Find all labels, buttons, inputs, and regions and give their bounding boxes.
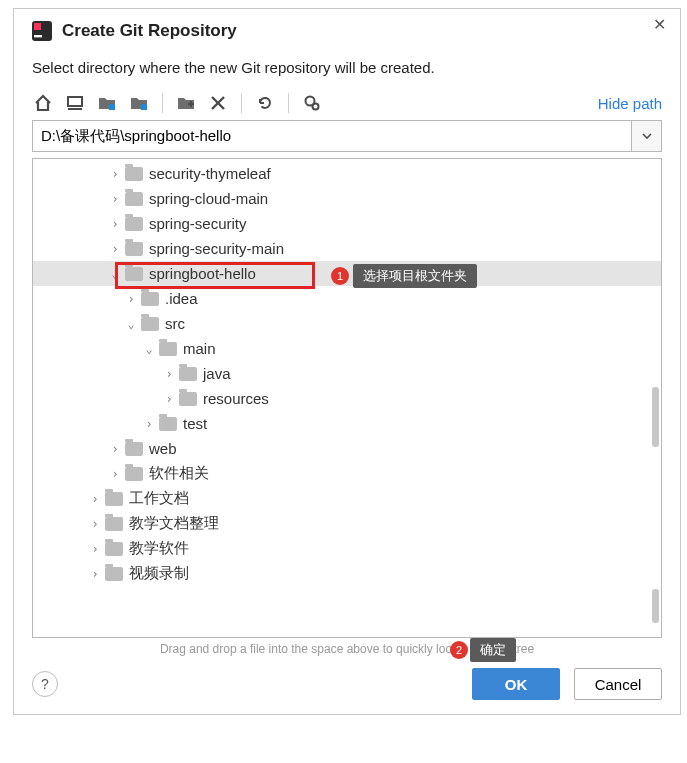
path-input[interactable] — [32, 120, 632, 152]
chevron-right-icon[interactable]: › — [161, 367, 177, 381]
folder-icon — [179, 392, 197, 406]
tree-row[interactable]: ›软件相关 — [33, 461, 661, 486]
tree-item-label: 教学文档整理 — [129, 514, 219, 533]
folder-icon — [125, 192, 143, 206]
tree-item-label: spring-security-main — [149, 240, 284, 257]
refresh-icon[interactable] — [254, 92, 276, 114]
svg-rect-6 — [141, 104, 147, 110]
ok-button[interactable]: OK — [472, 668, 560, 700]
tree-row[interactable]: ›spring-security — [33, 211, 661, 236]
tree-item-label: springboot-hello — [149, 265, 256, 282]
scrollbar-thumb[interactable] — [652, 387, 659, 447]
tree-item-label: spring-cloud-main — [149, 190, 268, 207]
scrollbar-thumb[interactable] — [652, 589, 659, 623]
tree-row[interactable]: ›教学软件 — [33, 536, 661, 561]
hide-path-link[interactable]: Hide path — [598, 95, 662, 112]
tree-row[interactable]: ›java — [33, 361, 661, 386]
separator — [288, 93, 289, 113]
folder-icon — [125, 217, 143, 231]
separator — [162, 93, 163, 113]
dialog-subtitle: Select directory where the new Git repos… — [32, 59, 662, 76]
svg-rect-1 — [34, 23, 41, 30]
help-button[interactable]: ? — [32, 671, 58, 697]
chevron-right-icon[interactable]: › — [87, 542, 103, 556]
svg-point-12 — [313, 104, 319, 110]
folder-icon — [125, 267, 143, 281]
tree-row[interactable]: ⌄src — [33, 311, 661, 336]
chevron-right-icon[interactable]: › — [107, 192, 123, 206]
tree-item-label: 工作文档 — [129, 489, 189, 508]
tree-item-label: security-thymeleaf — [149, 165, 271, 182]
chevron-right-icon[interactable]: › — [141, 417, 157, 431]
path-toolbar: Hide path — [32, 90, 662, 120]
annotation-tip-1: 选择项目根文件夹 — [353, 264, 477, 288]
tree-row[interactable]: ⌄main — [33, 336, 661, 361]
tree-row[interactable]: ›视频录制 — [33, 561, 661, 586]
tree-item-label: .idea — [165, 290, 198, 307]
cancel-button[interactable]: Cancel — [574, 668, 662, 700]
close-icon[interactable]: ✕ — [653, 15, 666, 34]
folder-icon — [105, 567, 123, 581]
directory-tree[interactable]: ›security-thymeleaf›spring-cloud-main›sp… — [32, 158, 662, 638]
folder-icon — [105, 492, 123, 506]
tree-row[interactable]: ›web — [33, 436, 661, 461]
tree-row[interactable]: ›resources — [33, 386, 661, 411]
create-git-repo-dialog: ✕ Create Git Repository Select directory… — [13, 8, 681, 715]
chevron-down-icon[interactable]: ⌄ — [123, 317, 139, 331]
drop-hint: Drag and drop a file into the space abov… — [32, 642, 662, 656]
path-dropdown-button[interactable] — [632, 120, 662, 152]
tree-row[interactable]: ›.idea — [33, 286, 661, 311]
chevron-right-icon[interactable]: › — [107, 442, 123, 456]
new-folder-icon[interactable] — [175, 92, 197, 114]
folder-icon — [159, 417, 177, 431]
chevron-right-icon[interactable]: › — [87, 567, 103, 581]
show-hidden-icon[interactable] — [301, 92, 323, 114]
chevron-right-icon[interactable]: › — [87, 492, 103, 506]
folder-icon — [105, 542, 123, 556]
chevron-right-icon[interactable]: › — [107, 217, 123, 231]
tree-item-label: 教学软件 — [129, 539, 189, 558]
folder-icon — [125, 442, 143, 456]
annotation-badge-2: 2 — [450, 641, 468, 659]
delete-icon[interactable] — [207, 92, 229, 114]
tree-item-label: web — [149, 440, 177, 457]
desktop-icon[interactable] — [64, 92, 86, 114]
folder-icon — [105, 517, 123, 531]
folder-icon — [179, 367, 197, 381]
folder-icon — [141, 292, 159, 306]
svg-rect-2 — [34, 35, 42, 37]
tree-item-label: resources — [203, 390, 269, 407]
svg-rect-3 — [68, 97, 82, 106]
annotation-tip-2: 确定 — [470, 638, 516, 662]
tree-row[interactable]: ›教学文档整理 — [33, 511, 661, 536]
separator — [241, 93, 242, 113]
dialog-title: Create Git Repository — [62, 21, 237, 41]
annotation-badge-1: 1 — [331, 267, 349, 285]
chevron-right-icon[interactable]: › — [87, 517, 103, 531]
tree-item-label: main — [183, 340, 216, 357]
folder-icon — [125, 242, 143, 256]
tree-row[interactable]: ›security-thymeleaf — [33, 161, 661, 186]
tree-row[interactable]: ›spring-security-main — [33, 236, 661, 261]
tree-row[interactable]: ›工作文档 — [33, 486, 661, 511]
chevron-right-icon[interactable]: › — [107, 467, 123, 481]
chevron-right-icon[interactable]: › — [161, 392, 177, 406]
svg-rect-5 — [109, 104, 115, 110]
tree-item-label: 软件相关 — [149, 464, 209, 483]
project-folder-icon[interactable] — [96, 92, 118, 114]
folder-icon — [125, 467, 143, 481]
folder-icon — [159, 342, 177, 356]
chevron-right-icon[interactable]: › — [107, 242, 123, 256]
chevron-right-icon[interactable]: › — [107, 167, 123, 181]
home-icon[interactable] — [32, 92, 54, 114]
tree-item-label: java — [203, 365, 231, 382]
tree-row[interactable]: ›test — [33, 411, 661, 436]
module-folder-icon[interactable] — [128, 92, 150, 114]
tree-item-label: 视频录制 — [129, 564, 189, 583]
tree-row[interactable]: ›spring-cloud-main — [33, 186, 661, 211]
chevron-right-icon[interactable]: › — [123, 292, 139, 306]
folder-icon — [141, 317, 159, 331]
tree-item-label: src — [165, 315, 185, 332]
chevron-down-icon[interactable]: ⌄ — [107, 267, 123, 281]
chevron-down-icon[interactable]: ⌄ — [141, 342, 157, 356]
